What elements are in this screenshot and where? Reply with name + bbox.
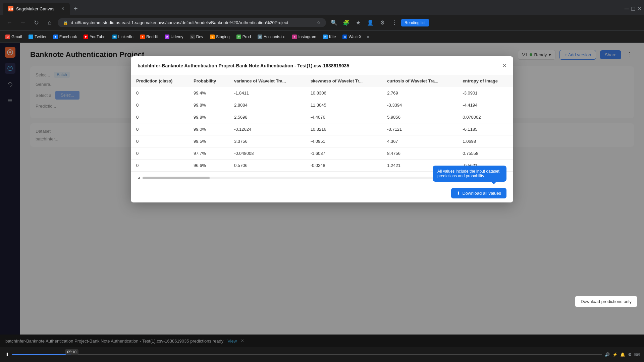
- bookmark-gmail[interactable]: G Gmail: [3, 33, 24, 41]
- cell-prediction: 0: [131, 147, 188, 160]
- staging-favicon: S: [210, 35, 215, 39]
- cell-variance: 2.5698: [229, 111, 305, 123]
- bookmark-kite[interactable]: K Kite: [320, 33, 339, 41]
- cell-curtosis: -3.7121: [382, 123, 457, 135]
- bookmark-accounts[interactable]: A Accounts.txt: [255, 33, 288, 41]
- cell-entropy: 0.078002: [457, 111, 513, 123]
- twitter-label: Twitter: [35, 35, 46, 39]
- bookmark-facebook[interactable]: f Facebook: [51, 33, 80, 41]
- bookmark-reddit[interactable]: r Reddit: [138, 33, 161, 41]
- bookmark-prod[interactable]: P Prod: [234, 33, 254, 41]
- reading-list-button[interactable]: Reading list: [401, 19, 429, 26]
- minimize-button[interactable]: ─: [625, 5, 629, 12]
- active-tab[interactable]: SM SageMaker Canvas ×: [3, 3, 70, 15]
- col-prediction: Prediction (class): [131, 75, 188, 87]
- twitter-favicon: T: [29, 35, 33, 39]
- time-tooltip: 05:10: [65, 349, 78, 355]
- system-tray: 🔊 ⚡ 🔔 ⚙ ⌨: [605, 352, 640, 357]
- forward-button[interactable]: →: [17, 17, 28, 28]
- kite-favicon: K: [323, 35, 328, 39]
- download-all-label: Download all values: [462, 191, 501, 196]
- linkedin-label: LinkedIn: [118, 35, 133, 39]
- cell-prediction: 0: [131, 99, 188, 111]
- cell-skewness: -4.4076: [305, 111, 382, 123]
- col-variance: variance of Wavelet Tra...: [229, 75, 305, 87]
- more-menu-button[interactable]: ⋮: [389, 17, 400, 28]
- bookmark-udemy[interactable]: U Udemy: [162, 33, 186, 41]
- address-bar[interactable]: 🔒 d-xi8tauyctnmm.studio.us-east-1.sagema…: [58, 18, 326, 27]
- instagram-favicon: I: [292, 35, 297, 39]
- refresh-button[interactable]: ↻: [31, 17, 42, 28]
- progress-bar[interactable]: 05:10: [12, 354, 602, 355]
- more-bookmarks-icon[interactable]: »: [366, 34, 371, 39]
- dev-label: Dev: [196, 35, 203, 39]
- wazirx-label: WazirX: [348, 35, 361, 39]
- accounts-label: Accounts.txt: [264, 35, 285, 39]
- nav-bar: ← → ↻ ⌂ 🔒 d-xi8tauyctnmm.studio.us-east-…: [0, 15, 644, 31]
- download-all-button[interactable]: ⬇ Download all values: [451, 188, 506, 198]
- tab-close-button[interactable]: ×: [61, 6, 64, 12]
- settings-button[interactable]: ⚙: [377, 17, 388, 28]
- cell-prediction: 0: [131, 160, 188, 172]
- new-tab-button[interactable]: +: [71, 4, 80, 14]
- keyboard-icon: ⌨: [634, 352, 640, 357]
- cell-probability: 97.7%: [188, 147, 229, 160]
- youtube-favicon: ▶: [84, 35, 88, 39]
- lock-icon: 🔒: [63, 20, 68, 25]
- back-button[interactable]: ←: [4, 17, 15, 28]
- cell-entropy: -4.4194: [457, 99, 513, 111]
- close-window-button[interactable]: ×: [638, 5, 641, 12]
- bookmark-linkedin[interactable]: in LinkedIn: [110, 33, 136, 41]
- bookmark-staging[interactable]: S Staging: [207, 33, 232, 41]
- url-text: d-xi8tauyctnmm.studio.us-east-1.sagemake…: [71, 20, 314, 25]
- cell-curtosis: 2.769: [382, 87, 457, 99]
- extensions-button[interactable]: 🧩: [341, 17, 352, 28]
- table-row: 0 99.5% 3.3756 -4.0951 4.367 1.0698: [131, 135, 513, 147]
- bookmark-wazirx[interactable]: W WazirX: [340, 33, 364, 41]
- youtube-label: YouTube: [90, 35, 105, 39]
- cell-prediction: 0: [131, 87, 188, 99]
- nav-right-icons: 🔍 🧩 ★ 👤 ⚙ ⋮ Reading list: [329, 17, 429, 28]
- accounts-favicon: A: [258, 35, 262, 39]
- bookmark-dev[interactable]: D Dev: [187, 33, 206, 41]
- download-predictions-button[interactable]: Download predictions only: [575, 296, 637, 307]
- home-button[interactable]: ⌂: [44, 17, 55, 28]
- reddit-favicon: r: [140, 35, 145, 39]
- cell-skewness: -1.6037: [305, 147, 382, 160]
- play-button[interactable]: ⏸: [4, 352, 9, 358]
- clock-icon: 🔔: [620, 352, 625, 357]
- tab-bar-controls: ─ □ ×: [625, 5, 641, 12]
- bookmark-instagram[interactable]: I Instagram: [289, 33, 319, 41]
- modal-overlay: batchInfer-Banknote Authentication Proje…: [20, 43, 644, 347]
- table-row: 0 99.4% -1.8411 10.8306 2.769 -3.0901: [131, 87, 513, 99]
- maximize-button[interactable]: □: [632, 5, 635, 12]
- bookmark-icon[interactable]: ☆: [317, 20, 321, 25]
- modal-dialog: batchInfer-Banknote Authentication Proje…: [131, 56, 513, 202]
- cell-prediction: 0: [131, 135, 188, 147]
- staging-label: Staging: [216, 35, 230, 39]
- progress-fill: [12, 354, 71, 355]
- search-button[interactable]: 🔍: [329, 17, 339, 28]
- cell-probability: 96.6%: [188, 160, 229, 172]
- cell-variance: -0.12624: [229, 123, 305, 135]
- facebook-label: Facebook: [59, 35, 77, 39]
- settings-tray-icon: ⚙: [628, 352, 632, 357]
- prod-favicon: P: [236, 35, 241, 39]
- tab-bar: SM SageMaker Canvas × + ─ □ ×: [0, 0, 644, 15]
- profile-button[interactable]: 👤: [365, 17, 376, 28]
- modal-body[interactable]: Prediction (class) Probability variance …: [131, 75, 513, 172]
- bookmarks-button[interactable]: ★: [353, 17, 364, 28]
- bookmark-youtube[interactable]: ▶ YouTube: [81, 33, 108, 41]
- table-row: 0 99.0% -0.12624 10.3216 -3.7121 -6.1185: [131, 123, 513, 135]
- bookmarks-bar: G Gmail T Twitter f Facebook ▶ YouTube i…: [0, 31, 644, 43]
- scroll-left-button[interactable]: ◂: [136, 175, 141, 181]
- table-row: 0 97.7% -0.048008 -1.6037 8.4756 0.75558: [131, 147, 513, 160]
- cell-entropy: 1.0698: [457, 135, 513, 147]
- cell-skewness: -4.0951: [305, 135, 382, 147]
- bookmark-twitter[interactable]: T Twitter: [26, 33, 49, 41]
- cell-prediction: 0: [131, 123, 188, 135]
- col-curtosis: curtosis of Wavelet Tra...: [382, 75, 457, 87]
- cell-probability: 99.8%: [188, 111, 229, 123]
- modal-footer: All values include the input dataset, pr…: [131, 184, 513, 202]
- modal-close-button[interactable]: ×: [502, 62, 506, 69]
